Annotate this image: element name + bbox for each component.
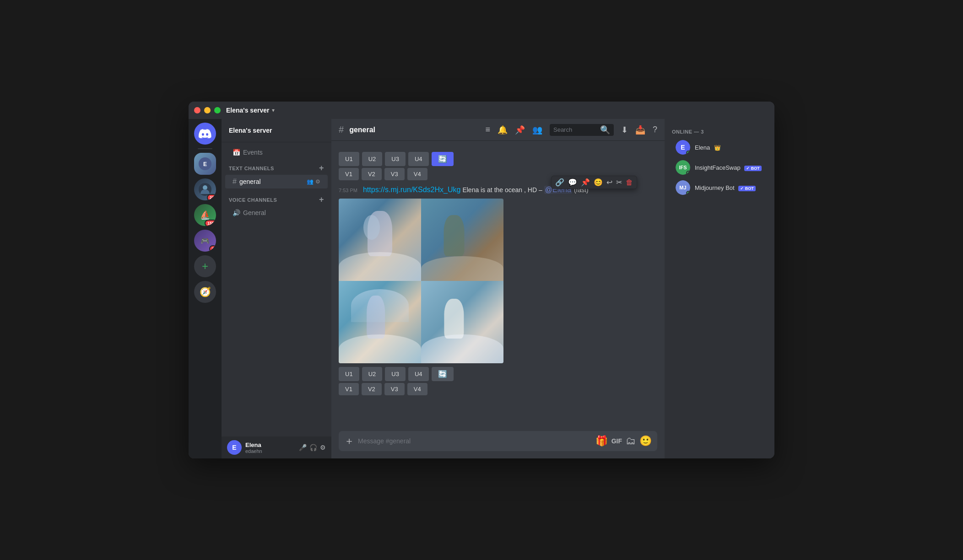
voice-channels-label: VOICE CHANNELS: [229, 197, 277, 203]
channel-settings-icon[interactable]: ⚙: [315, 178, 320, 185]
close-button[interactable]: [194, 107, 200, 113]
online-indicator-ifs: [686, 171, 690, 175]
pin-icon[interactable]: 📌: [515, 125, 525, 135]
events-label: Events: [243, 149, 263, 156]
server-2-badge: 22: [207, 194, 216, 200]
maximize-button[interactable]: [214, 107, 221, 113]
server-chevron-icon[interactable]: ▾: [272, 107, 275, 113]
toolbar-delete-icon[interactable]: 🗑: [626, 178, 633, 187]
server-icon-2[interactable]: 22: [194, 178, 216, 200]
channel-item-general-voice[interactable]: 🔊 General: [225, 206, 328, 219]
btn-v2-bottom[interactable]: V2: [362, 383, 382, 395]
toolbar-undo-icon[interactable]: ↩: [606, 178, 612, 187]
btn-v1-top[interactable]: V1: [339, 168, 359, 180]
server-divider: [198, 148, 212, 149]
btn-v4-top[interactable]: V4: [407, 168, 427, 180]
emoji-icon[interactable]: 🙂: [639, 435, 652, 447]
btn-refresh-top[interactable]: 🔄: [432, 152, 454, 166]
discover-servers-button[interactable]: 🧭: [194, 281, 216, 303]
chat-input-box: ＋ 🎁 GIF 🗂 🙂: [339, 431, 657, 451]
image-cell-1[interactable]: [339, 199, 421, 281]
add-attachment-button[interactable]: ＋: [344, 434, 354, 448]
server-3-badge: 155: [205, 220, 216, 226]
message-link[interactable]: https://s.mj.run/KSds2Hx_Ukg: [363, 186, 460, 194]
btn-v1-bottom[interactable]: V1: [339, 383, 359, 395]
speaker-icon: 🔊: [233, 209, 240, 216]
members-list-icon[interactable]: 👥: [532, 125, 542, 135]
btn-v3-bottom[interactable]: V3: [384, 383, 405, 395]
btn-u4-bottom[interactable]: U4: [408, 367, 429, 381]
add-text-channel-button[interactable]: +: [319, 163, 324, 173]
threads-icon[interactable]: ≡: [485, 125, 490, 135]
btn-u2-top[interactable]: U2: [362, 152, 383, 166]
toolbar-emoji-icon[interactable]: 😊: [594, 178, 603, 187]
hash-icon: #: [233, 178, 237, 186]
channel-item-general[interactable]: # general 👥 ⚙: [225, 175, 328, 188]
user-avatar-initial: E: [232, 444, 236, 451]
download-icon[interactable]: ⬇: [621, 125, 628, 135]
toolbar-link-icon[interactable]: 🔗: [555, 178, 564, 187]
gif-icon[interactable]: GIF: [611, 437, 622, 445]
server-icon-elenas[interactable]: E: [194, 153, 216, 175]
toolbar-cut-icon[interactable]: ✂: [616, 178, 622, 187]
image-grid[interactable]: [339, 199, 503, 363]
btn-u3-top[interactable]: U3: [385, 152, 406, 166]
sidebar-header: Elena's server: [222, 119, 331, 142]
sidebar-item-events[interactable]: 📅 Events: [225, 146, 328, 159]
btn-v2-top[interactable]: V2: [362, 168, 382, 180]
btn-u1-top[interactable]: U1: [339, 152, 359, 166]
member-avatar-insightfaceswap: IFS: [676, 160, 690, 175]
member-item-elena[interactable]: E Elena 👑: [668, 137, 771, 157]
add-voice-channel-button[interactable]: +: [319, 195, 324, 205]
btn-u3-bottom[interactable]: U3: [385, 367, 406, 381]
btn-v4-bottom[interactable]: V4: [407, 383, 427, 395]
btn-u1-bottom[interactable]: U1: [339, 367, 359, 381]
member-item-midjourneybot[interactable]: MJ Midjourney Bot ✓ BOT: [668, 178, 771, 198]
channel-name-general: general: [239, 178, 261, 185]
sidebar-content: 📅 Events TEXT CHANNELS + # general 👥 ⚙: [222, 142, 331, 436]
notification-bell-icon[interactable]: 🔔: [498, 125, 508, 135]
message-input[interactable]: [358, 431, 592, 451]
gift-icon[interactable]: 🎁: [595, 435, 608, 447]
add-server-button[interactable]: +: [194, 255, 216, 277]
toolbar-pin-icon[interactable]: 📌: [581, 178, 590, 187]
member-avatar-midjourneybot: MJ: [676, 180, 690, 195]
text-channels-header[interactable]: TEXT CHANNELS +: [222, 161, 331, 175]
inbox-icon[interactable]: 📥: [635, 125, 645, 135]
btn-refresh-bottom[interactable]: 🔄: [432, 367, 454, 381]
bot-badge-mj: ✓ BOT: [738, 186, 756, 191]
member-name-elena: Elena: [695, 144, 710, 151]
svg-point-3: [203, 185, 207, 190]
user-settings-button[interactable]: ⚙: [320, 444, 326, 451]
online-indicator-elena: [686, 151, 690, 155]
voice-channels-section: VOICE CHANNELS + 🔊 General: [222, 192, 331, 219]
image-cell-2[interactable]: [421, 199, 503, 281]
app-window: Elena's server ▾ E: [189, 102, 774, 458]
chat-channel-name: general: [349, 126, 375, 134]
minimize-button[interactable]: [204, 107, 211, 113]
chat-header: # general ≡ 🔔 📌 👥 🔍 ⬇ 📥 ?: [331, 119, 665, 141]
image-cell-4[interactable]: [421, 281, 503, 363]
mute-button[interactable]: 🎤: [299, 444, 307, 451]
svg-text:E: E: [203, 161, 207, 167]
messages-container[interactable]: U1 U2 U3 U4 🔄 V1 V2 V3 V4: [331, 141, 665, 424]
server-icon-3[interactable]: ⛵ 155: [194, 204, 216, 226]
search-icon[interactable]: 🔍: [600, 125, 610, 135]
btn-v3-top[interactable]: V3: [384, 168, 405, 180]
btn-u4-top[interactable]: U4: [408, 152, 429, 166]
member-item-insightfaceswap[interactable]: IFS InsightFaceSwap ✓ BOT: [668, 157, 771, 178]
message-main: 🔗 💬 📌 😊 ↩ ✂ 🗑 7:53 PM https://s.mj.run/K…: [331, 184, 665, 399]
server-icon-discord[interactable]: [194, 123, 216, 145]
btn-u2-bottom[interactable]: U2: [362, 367, 383, 381]
toolbar-reply-icon[interactable]: 💬: [568, 178, 577, 187]
search-input[interactable]: [553, 126, 597, 133]
text-channels-section: TEXT CHANNELS + # general 👥 ⚙: [222, 161, 331, 188]
channel-members-icon[interactable]: 👥: [307, 178, 314, 185]
headset-button[interactable]: 🎧: [309, 444, 317, 451]
sticker-icon[interactable]: 🗂: [626, 435, 636, 447]
help-icon[interactable]: ?: [653, 125, 657, 135]
voice-channels-header[interactable]: VOICE CHANNELS +: [222, 192, 331, 206]
crown-icon: 👑: [714, 145, 721, 151]
server-icon-4[interactable]: 🎮 2: [194, 230, 216, 252]
image-cell-3[interactable]: [339, 281, 421, 363]
